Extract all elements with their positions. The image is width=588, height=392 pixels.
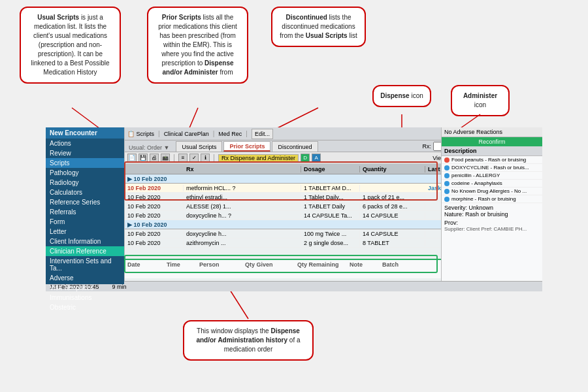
prior-scripts-title: Prior Scripts <box>162 14 201 21</box>
supplier-label: Supplier: Client Pref: CAMBIE PH... <box>444 226 540 232</box>
row-quantity: 1 pack of 21 e... <box>360 194 425 201</box>
dispense-history-bubble: This window displays the Dispense and/or… <box>183 320 314 361</box>
administer-icon-label: Administer <box>463 92 497 99</box>
allergy-item[interactable]: DOXYCYCLINE - Rash or bruis... <box>442 164 542 172</box>
row-rx: ALESSE (28) 1... <box>184 203 301 210</box>
new-icon[interactable]: 📄 <box>127 154 137 163</box>
row-date: 10 Feb 2020 <box>125 203 184 210</box>
sidebar-item-pathology[interactable]: Pathology <box>46 168 124 178</box>
sidebar-item-scripts[interactable]: Scripts <box>46 158 124 168</box>
save-icon[interactable]: 💾 <box>139 154 148 163</box>
reconfirm-button[interactable]: Reconfirm <box>442 137 542 146</box>
discontinued-bubble: Discontinued lists the discontinued medi… <box>271 7 366 47</box>
adverse-reactions-panel: No Adverse Reactions Reconfirm Descripti… <box>441 127 542 284</box>
sidebar-item-obstetric[interactable]: Obstetric <box>46 302 124 312</box>
nature-label: Nature: Rash or bruising <box>444 211 540 218</box>
scripts-toolbar-label: 📋 Scripts <box>127 131 154 137</box>
separator3: | <box>246 130 248 137</box>
allergy-label: No Known Drug Allergies - No ... <box>451 188 527 194</box>
sidebar-item-visit-templates[interactable]: Visit Templates <box>46 283 124 293</box>
sidebar-item-review[interactable]: Review <box>46 148 124 158</box>
allergy-item[interactable]: penicillin - ALLERGY <box>442 172 542 180</box>
allergy-dot-red <box>444 157 449 163</box>
sidebar-item-referrals[interactable]: Referrals <box>46 207 124 217</box>
rx-label: Rx: <box>422 143 431 150</box>
print-icon[interactable]: 🖨 <box>150 154 159 163</box>
allergy-dot-blue <box>444 197 449 202</box>
sidebar-item-calculators[interactable]: Calculators <box>46 188 124 197</box>
sidebar-item-form[interactable]: Form <box>46 217 124 227</box>
divider <box>174 154 174 162</box>
sidebar-header: New Encounter <box>46 127 124 139</box>
allergy-item[interactable]: morphine - Rash or bruising <box>442 195 542 203</box>
dispense-administer-text: Dispense and/or Administer <box>163 59 234 76</box>
sidebar-item-adverse[interactable]: Adverse <box>46 273 124 283</box>
row-date: 10 Feb 2020 <box>125 231 184 237</box>
dispense-col-date: Date <box>127 261 167 268</box>
row-quantity: 8 TABLET <box>360 240 425 246</box>
allergy-item[interactable]: codeine - Anaphylaxis <box>442 180 542 188</box>
prov-label: Prov: <box>444 220 540 226</box>
sidebar-item-client-info[interactable]: Client Information <box>46 237 124 246</box>
administer-bubble: Administer icon <box>451 85 510 116</box>
sidebar-item-reference-series[interactable]: Reference Series <box>46 197 124 207</box>
separator: | <box>158 130 160 137</box>
row-dosage: 1 TABLET AM D... <box>301 185 360 191</box>
row-rx: ethinyl estradi... <box>184 194 301 201</box>
sidebar-item-immunisations[interactable]: Immunisations <box>46 293 124 302</box>
row-date: 10 Feb 2020 <box>125 240 184 246</box>
usual-order-label: Usual: Order ▼ <box>125 144 173 152</box>
allergy-dot-blue <box>444 181 449 186</box>
fax-icon[interactable]: 📠 <box>161 154 170 163</box>
prior-scripts-bubble: Prior Scripts lists all the prior medica… <box>147 7 248 84</box>
dispense-col-person: Person <box>199 261 245 268</box>
content-area: Rx Dosage Quantity Last Printed By ▶ 10 … <box>125 164 542 259</box>
main-content-area: 📋 Scripts | Clinical CarePlan | Med Rec … <box>124 127 542 284</box>
details-icon[interactable]: ℹ <box>201 154 210 163</box>
row-quantity: 14 CAPSULE <box>360 231 425 237</box>
rx-dispense-label: Rx Dispense and Administer <box>218 154 299 162</box>
usual-scripts-title: Usual Scripts <box>37 14 79 21</box>
row-rx: doxycycline h... ? <box>184 212 301 219</box>
sidebar-item-clinician-reference[interactable]: Clinician Reference <box>46 246 124 256</box>
col-quantity: Quantity <box>360 166 425 172</box>
separator2: | <box>213 130 215 137</box>
dispense-history-text: Dispense and/or Administration history <box>196 327 299 344</box>
dispense-col-note: Note <box>350 261 382 268</box>
row-rx: azithromycin ... <box>184 240 301 246</box>
row-dosage: 100 mg Twice ... <box>301 231 360 237</box>
allergy-label: penicillin - ALLERGY <box>451 172 500 178</box>
sidebar-item-actions[interactable]: Actions <box>46 139 124 148</box>
sidebar-item-radiology[interactable]: Radiology <box>46 178 124 188</box>
edit-button[interactable]: Edit... <box>252 129 273 139</box>
discontinued-title: Discontinued <box>286 14 327 21</box>
severity-section: Severity: Unknown Nature: Rash or bruisi… <box>442 203 542 233</box>
usual-dx-icon[interactable]: ≡ <box>178 154 188 163</box>
row-dosage: 1 TABLET Daily <box>301 203 360 210</box>
row-rx: doxycycline h... <box>184 231 301 237</box>
tab-prior-scripts[interactable]: Prior Scripts <box>223 141 270 152</box>
tab-usual-scripts[interactable]: Usual Scripts <box>176 141 222 152</box>
med-rec-label[interactable]: Med Rec <box>218 131 242 137</box>
allergy-dot-blue <box>444 189 449 194</box>
row-date: 10 Feb 2020 <box>125 194 184 201</box>
allergy-label: DOXYCYCLINE - Rash or bruis... <box>451 165 529 171</box>
divider2 <box>214 154 214 162</box>
administer-icon[interactable]: A <box>312 154 321 163</box>
row-date: 10 Feb 2020 <box>125 185 184 191</box>
clinical-careplan-label[interactable]: Clinical CarePlan <box>164 131 209 137</box>
col-rx: Rx <box>184 166 301 172</box>
dispense-icon-label: Dispense <box>380 92 409 99</box>
sidebar-item-intervention[interactable]: Intervention Sets and Ta... <box>46 256 124 273</box>
row-date: 10 Feb 2020 <box>125 212 184 219</box>
usual-scripts-ref: Usual Scripts <box>306 32 348 39</box>
authority-icon[interactable]: ✓ <box>189 154 199 163</box>
usual-scripts-bubble: Usual Scripts is just a medication list.… <box>20 7 121 84</box>
sidebar-item-letter[interactable]: Letter <box>46 227 124 237</box>
dispense-icon[interactable]: D <box>301 154 310 163</box>
tab-discontinued[interactable]: Discontinued <box>272 141 318 152</box>
allergy-item[interactable]: No Known Drug Allergies - No ... <box>442 188 542 195</box>
allergy-label: Food peanuts - Rash or bruising <box>451 157 526 163</box>
allergy-item[interactable]: Food peanuts - Rash or bruising <box>442 156 542 164</box>
dispense-bubble: Dispense icon <box>372 85 431 107</box>
